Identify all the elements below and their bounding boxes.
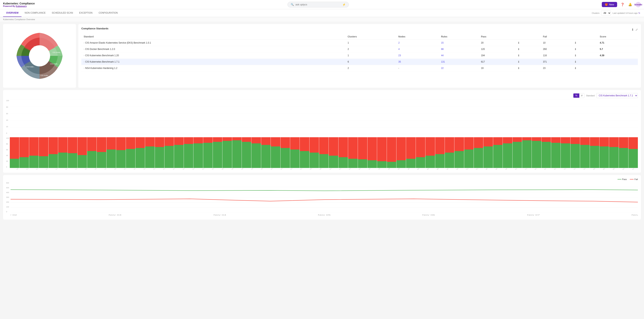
x-label: 1/2.23 [170,168,178,170]
tab-configuration[interactable]: CONFIGURATION [96,9,121,17]
bar-group [426,137,435,168]
row-toggle[interactable]: › [84,42,84,44]
bar-group [377,137,386,168]
pass-download[interactable]: ⬇ [518,60,520,63]
row-toggle[interactable]: › [84,54,84,57]
tab-scheduled-scan[interactable]: SCHEDULED SCAN [49,9,76,17]
bar-fail [106,137,116,150]
pass-download[interactable]: ⬇ [518,48,520,51]
rules-link[interactable]: 15 [441,42,444,44]
bar-fail [310,137,319,152]
avatar[interactable]: Srinidhi [636,2,641,7]
bar-group [290,137,300,168]
fail-download[interactable]: ⬇ [574,48,577,51]
nodes-link[interactable]: 2 [398,42,400,44]
bar-group [358,137,367,168]
fail-download[interactable]: ⬇ [574,41,577,44]
bar-group [48,137,58,168]
bar-group [406,137,416,168]
bar-pass [445,152,454,168]
fail-download[interactable]: ⬇ [574,60,577,63]
bar-fail [387,137,396,162]
bar-fail [68,137,77,153]
legend-fail: Fail [630,178,638,180]
fail-download[interactable]: ⬇ [574,54,577,57]
toggle-hash[interactable]: # [579,94,584,98]
bar-fail [561,137,570,144]
bar-pass [338,157,348,168]
help-icon[interactable]: ❓ [620,2,625,7]
breadcrumb: Kubernetes Compliance Overview [0,17,644,22]
bar-chart-svg [10,100,638,138]
svg-text:CIS Amaz...: CIS Amaz... [52,52,62,53]
row-toggle[interactable]: › [84,60,84,63]
powered-by-link[interactable]: Kubequery [16,5,27,7]
rules-link[interactable]: 88 [441,48,444,50]
download-all-icon[interactable]: ⬇ [631,28,634,32]
bar-group [29,137,38,168]
bar-group [310,137,319,168]
x-label: 3/2.2 [414,168,422,170]
bar-group [164,137,174,168]
tab-exception[interactable]: EXCEPTION [76,9,96,17]
bar-fail [570,137,580,144]
bar-pass [570,144,580,168]
rules-link[interactable]: 22 [441,67,444,70]
pass-download[interactable]: ⬇ [518,66,520,70]
x-label: 1/4.3 [307,168,315,170]
x-label: 1/3.17 [297,168,305,170]
donut-chart-card: NSA Kube... CIS Amaz... CIS Kube... CIS … [3,24,76,88]
bar-pass [561,144,570,168]
line-y-400: 400 [6,192,9,194]
svg-text:CIS Kube...: CIS Kube... [40,74,49,76]
nodes-link[interactable]: 35 [398,60,401,63]
bar-group [271,137,280,168]
tab-overview[interactable]: OVERVIEW [3,9,22,17]
bar-group [522,137,532,168]
search-bar[interactable]: 🔍 ⚡ [288,2,349,8]
rules-link[interactable]: 131 [441,60,445,63]
main-content: NSA Kube... CIS Amaz... CIS Kube... CIS … [0,22,644,224]
table-row: ›CIS Kubernetes Benchmark 1.20 12344 194… [81,52,638,59]
x-label: 5/1.7 [542,168,550,170]
bar-pass [78,155,87,168]
bar-pass [484,146,493,168]
new-button[interactable]: 🎁 New [602,2,617,7]
bar-fail [48,137,58,154]
bar-fail [203,137,212,143]
row-toggle[interactable]: › [84,67,84,70]
bar-fail [493,137,502,145]
x-label: 2/11 [395,168,402,170]
bar-pass [20,157,29,168]
pass-download[interactable]: ⬇ [518,41,520,44]
clusters-select[interactable]: All [601,10,611,16]
standard-select[interactable]: CIS Kubernetes Benchmark 1.7.1 CIS Docke… [596,93,638,98]
nodes-link[interactable]: 4 [398,48,400,50]
nodes-link[interactable]: 23 [398,54,401,57]
x-label: 1/3.7 [258,168,266,170]
tab-non-compliance[interactable]: NON COMPLIANCE [22,9,48,17]
bell-icon[interactable]: 🔔 [628,2,632,7]
bar-fail [155,137,164,147]
bar-group [184,137,193,168]
x-label: 1/2.25 [180,168,188,170]
svg-text:Nov 04: Nov 04 [214,214,226,216]
pass-download[interactable]: ⬇ [518,54,520,57]
col-pass-dl [515,34,540,40]
refresh-icon[interactable]: ↻ [638,12,640,14]
header: Kubernetes: Compliance Powered By Kubequ… [0,0,644,9]
rules-link[interactable]: 44 [441,54,444,57]
x-label: 1/3.5 [248,168,256,170]
bar-group [619,137,628,168]
bar-pass [232,140,242,168]
toggle-percent[interactable]: % [574,94,579,98]
search-input[interactable] [295,3,341,6]
bar-pass [580,145,590,168]
line-y-600: 600 [6,182,9,184]
expand-icon[interactable]: ⤢ [635,28,638,32]
bar-fail [628,137,638,149]
fail-download[interactable]: ⬇ [574,66,577,70]
row-toggle[interactable]: › [84,48,84,50]
col-pass: Pass [478,34,515,40]
bar-group [416,137,425,168]
